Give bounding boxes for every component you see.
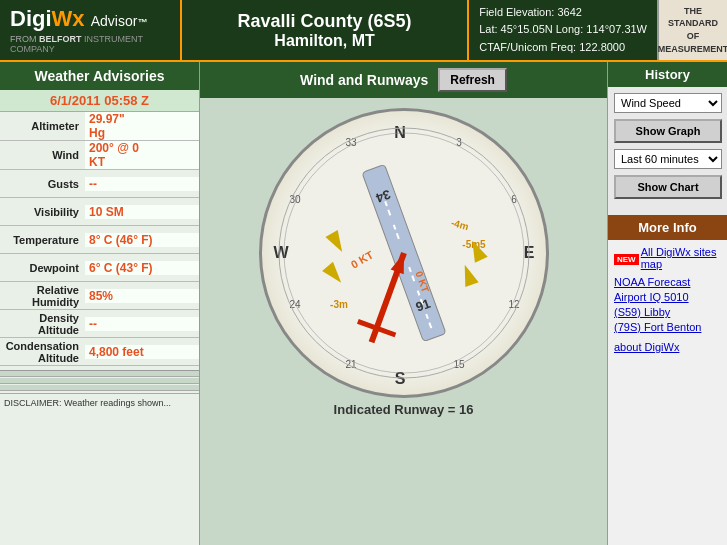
- wind-speed-label: 0 KT: [348, 248, 375, 270]
- wind-speed-select[interactable]: Wind Speed Wind Direction Temperature De…: [614, 93, 722, 113]
- disclaimer: DISCLAIMER: Weather readings shown...: [0, 393, 199, 412]
- wind-row: Wind 200° @ 0KT: [0, 141, 199, 170]
- altimeter-label: Altimeter: [0, 120, 85, 132]
- libby-link[interactable]: (S59) Libby: [614, 306, 721, 318]
- standard-area: THESTANDARDOFMEASUREMENT: [657, 0, 727, 60]
- temperature-row: Temperature 8° C (46° F): [0, 226, 199, 254]
- ctaf: CTAF/Unicom Freq: 122.8000: [479, 39, 647, 57]
- new-badge: NEW: [614, 254, 639, 265]
- density-row: DensityAltitude --: [0, 310, 199, 338]
- wind-header: Wind and Runways Refresh: [200, 62, 607, 98]
- runway-svg: N S E W 3 33 6 30 12 24 15 21: [259, 108, 549, 398]
- condensation-value: 4,800 feet: [85, 345, 199, 359]
- gusts-row: Gusts --: [0, 170, 199, 198]
- station-area: Ravalli County (6S5) Hamilton, MT: [180, 0, 469, 60]
- wind-value: 200° @ 0KT: [85, 141, 199, 169]
- altimeter-row: Altimeter 29.97"Hg: [0, 112, 199, 141]
- svg-marker-16: [322, 227, 346, 251]
- density-label: DensityAltitude: [0, 312, 85, 336]
- center-panel: Wind and Runways Refresh N S E W 3 33 6 …: [200, 62, 607, 545]
- logo-area: DigiWx Advisor™ FROM BELFORT INSTRUMENT …: [0, 0, 180, 60]
- dewpoint-row: Dewpoint 6° C (43° F): [0, 254, 199, 282]
- all-digiwx-link[interactable]: All DigiWx sites map: [641, 246, 721, 270]
- left-panel: Weather Advisories 6/1/2011 05:58 Z Alti…: [0, 62, 200, 545]
- field-elevation: Field Elevation: 3642: [479, 4, 647, 22]
- crosswind-arrow-3: [321, 261, 343, 283]
- density-value: --: [85, 317, 199, 331]
- svg-marker-15: [321, 261, 343, 283]
- humidity-value: 85%: [85, 289, 199, 303]
- compass-north: N: [394, 124, 406, 141]
- more-info-content: NEW All DigiWx sites map NOAA Forecast A…: [608, 240, 727, 545]
- crosswind-arrow-2: [456, 265, 483, 292]
- show-graph-button[interactable]: Show Graph: [614, 119, 722, 143]
- history-content: Wind Speed Wind Direction Temperature De…: [608, 87, 727, 211]
- airport-iq-link[interactable]: Airport IQ 5010: [614, 291, 721, 303]
- compass-num-24: 24: [289, 299, 301, 310]
- station-name: Ravalli County (6S5) Hamilton, MT: [238, 11, 412, 50]
- humidity-label: RelativeHumidity: [0, 284, 85, 308]
- condensation-row: CondensationAltitude 4,800 feet: [0, 338, 199, 366]
- lat-lon: Lat: 45°15.05N Long: 114°07.31W: [479, 21, 647, 39]
- visibility-label: Visibility: [0, 206, 85, 218]
- station-main-name: Ravalli County (6S5): [238, 11, 412, 32]
- condensation-label: CondensationAltitude: [0, 340, 85, 364]
- logo-belfort: FROM BELFORT INSTRUMENT COMPANY: [10, 34, 170, 54]
- temperature-value: 8° C (46° F): [85, 233, 199, 247]
- visibility-value: 10 SM: [85, 205, 199, 219]
- crosswind-label-1: -4m: [449, 217, 469, 232]
- compass-west: W: [273, 244, 289, 261]
- show-chart-button[interactable]: Show Chart: [614, 175, 722, 199]
- logo-digi: DigiWx Advisor™: [10, 6, 170, 32]
- station-sub-name: Hamilton, MT: [238, 32, 412, 50]
- fort-benton-link[interactable]: (79S) Fort Benton: [614, 321, 721, 333]
- dewpoint-value: 6° C (43° F): [85, 261, 199, 275]
- compass-container: N S E W 3 33 6 30 12 24 15 21: [259, 108, 549, 398]
- advisory-header: Weather Advisories: [0, 62, 199, 90]
- time-range-select[interactable]: Last 60 minutes Last 2 hours Last 6 hour…: [614, 149, 722, 169]
- crosswind-arrow-4: [322, 227, 346, 251]
- visibility-row: Visibility 10 SM: [0, 198, 199, 226]
- noaa-forecast-link[interactable]: NOAA Forecast: [614, 276, 721, 288]
- compass-num-33: 33: [345, 137, 357, 148]
- wind-label: Wind: [0, 149, 85, 161]
- refresh-button[interactable]: Refresh: [438, 68, 507, 92]
- standard-text: THESTANDARDOFMEASUREMENT: [658, 5, 727, 55]
- crosswind-label-3: -3m: [330, 299, 348, 310]
- compass-num-6: 6: [511, 194, 517, 205]
- station-info: Field Elevation: 3642 Lat: 45°15.05N Lon…: [469, 0, 657, 60]
- humidity-row: RelativeHumidity 85%: [0, 282, 199, 310]
- more-info-header: More Info: [608, 215, 727, 240]
- right-panel: History Wind Speed Wind Direction Temper…: [607, 62, 727, 545]
- about-digiwx-link[interactable]: about DigiWx: [614, 341, 721, 353]
- altimeter-value: 29.97"Hg: [85, 112, 199, 140]
- gusts-label: Gusts: [0, 178, 85, 190]
- temperature-label: Temperature: [0, 234, 85, 246]
- history-header: History: [608, 62, 727, 87]
- svg-marker-14: [456, 265, 483, 292]
- indicated-runway: Indicated Runway = 16: [334, 402, 474, 417]
- wind-header-title: Wind and Runways: [300, 72, 428, 88]
- dewpoint-label: Dewpoint: [0, 262, 85, 274]
- gusts-value: --: [85, 177, 199, 191]
- advisory-date: 6/1/2011 05:58 Z: [0, 90, 199, 112]
- compass-num-15: 15: [453, 359, 465, 370]
